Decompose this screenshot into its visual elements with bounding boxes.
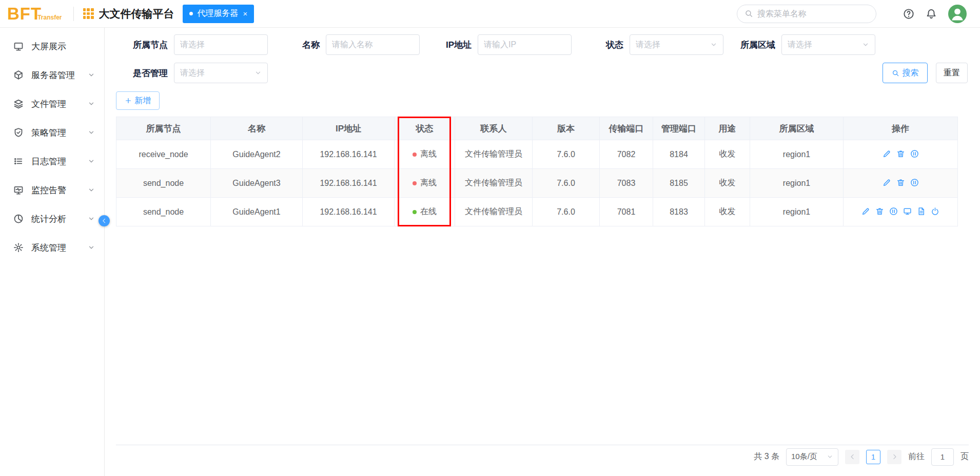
page-size-select[interactable]: 10条/页 (786, 448, 838, 466)
chevron-down-icon (862, 41, 869, 48)
filter-control-input[interactable] (636, 40, 710, 49)
cell-version: 7.6.0 (533, 169, 600, 198)
pause-button[interactable] (887, 207, 900, 217)
sidebar-item-4[interactable]: 策略管理 (0, 118, 104, 147)
edit-button[interactable] (880, 149, 894, 160)
filter-input[interactable] (478, 34, 572, 55)
notifications-bell-icon[interactable] (926, 8, 937, 20)
cell-status: 离线 (395, 169, 455, 198)
filter-select[interactable] (174, 63, 268, 83)
user-avatar[interactable] (948, 5, 967, 23)
menu-search-box (737, 5, 876, 23)
column-header-2: 名称 (211, 117, 303, 140)
filter-control-input[interactable] (484, 40, 565, 49)
agents-table-wrap: 所属节点名称IP地址状态联系人版本传输端口管理端口用途所属区域操作 receiv… (116, 117, 957, 226)
tab-active-dot-icon (189, 12, 193, 15)
status-text: 离线 (420, 149, 437, 158)
tab-proxy-server[interactable]: 代理服务器 × (183, 5, 254, 23)
sidebar-item-8[interactable]: 系统管理 (0, 233, 104, 262)
sidebar-item-5[interactable]: 日志管理 (0, 147, 104, 176)
cell-region: region1 (750, 198, 844, 226)
brand-logo-subtext: Transfer (37, 14, 62, 21)
filter-field-5: 所属区域 (723, 34, 875, 55)
status-text: 离线 (420, 178, 437, 187)
chevron-down-icon (88, 215, 95, 222)
tab-close-icon[interactable]: × (243, 9, 248, 18)
cell-name: GuideAgent3 (211, 169, 303, 198)
sidebar-item-1[interactable]: 大屏展示 (0, 32, 104, 61)
sidebar-item-label: 日志管理 (31, 156, 80, 167)
pause-button[interactable] (908, 149, 922, 160)
delete-button[interactable] (894, 149, 908, 160)
delete-button[interactable] (894, 178, 908, 188)
cell-usage: 收发 (705, 169, 750, 198)
next-page-button[interactable] (887, 450, 901, 464)
brand-logo: BFT Transfer (7, 5, 62, 22)
filter-control-input[interactable] (788, 40, 862, 49)
cell-status: 在线 (395, 198, 455, 226)
search-button[interactable]: 搜索 (883, 63, 928, 83)
sidebar-item-2[interactable]: 服务器管理 (0, 61, 104, 89)
search-icon (892, 69, 899, 77)
reset-button[interactable]: 重置 (936, 63, 968, 83)
filter-control-input[interactable] (180, 68, 254, 78)
offline-dot-icon (413, 153, 417, 157)
offline-dot-icon (413, 181, 417, 185)
monitor-button[interactable] (900, 207, 914, 217)
reset-button-label: 重置 (944, 68, 960, 79)
pause-button[interactable] (908, 178, 922, 188)
table-header-row: 所属节点名称IP地址状态联系人版本传输端口管理端口用途所属区域操作 (116, 117, 958, 140)
chevron-down-icon (88, 71, 95, 79)
chevron-down-icon (710, 41, 717, 48)
doc-button[interactable] (914, 207, 928, 217)
column-header-8: 管理端口 (653, 117, 705, 140)
sidebar-item-label: 大屏展示 (31, 41, 95, 52)
delete-button[interactable] (873, 207, 887, 217)
edit-button[interactable] (859, 207, 873, 217)
filter-label: 是否管理 (116, 67, 174, 79)
prev-page-button[interactable] (845, 450, 859, 464)
filter-select[interactable] (174, 34, 268, 55)
total-count-text: 共 3 条 (754, 451, 779, 462)
cell-manage-port: 8184 (653, 140, 705, 169)
page-number-button[interactable]: 1 (866, 450, 880, 464)
cell-version: 7.6.0 (533, 198, 600, 226)
cell-usage: 收发 (705, 140, 750, 169)
online-dot-icon (413, 210, 417, 214)
app-root: BFT Transfer 大文件传输平台 代理服务器 × 大屏展示服务器管理文件… (0, 0, 980, 476)
cell-contact: 文件传输管理员 (455, 140, 533, 169)
edit-button[interactable] (880, 178, 894, 188)
cell-manage-port: 8183 (653, 198, 705, 226)
cell-contact: 文件传输管理员 (455, 198, 533, 226)
page-title: 大文件传输平台 (99, 7, 174, 21)
sidebar-item-label: 统计分析 (31, 213, 80, 225)
filter-control-input[interactable] (332, 40, 414, 49)
sidebar-item-label: 策略管理 (31, 127, 80, 139)
sidebar-item-6[interactable]: 监控告警 (0, 176, 104, 204)
filter-select[interactable] (630, 34, 723, 55)
help-icon[interactable] (903, 8, 914, 20)
filter-select[interactable] (781, 34, 875, 55)
sidebar-item-7[interactable]: 统计分析 (0, 204, 104, 233)
policy-icon (13, 127, 24, 138)
filter-field-3: IP地址 (420, 34, 572, 55)
sidebar-item-3[interactable]: 文件管理 (0, 89, 104, 118)
cell-node: send_node (116, 169, 211, 198)
add-button[interactable]: 新增 (116, 91, 160, 110)
filter-input[interactable] (326, 34, 420, 55)
sidebar-collapse-button[interactable] (99, 215, 110, 226)
menu-search-input[interactable] (757, 9, 869, 18)
goto-label: 前往 (908, 451, 925, 462)
chevron-down-icon (88, 244, 95, 251)
agents-table: 所属节点名称IP地址状态联系人版本传输端口管理端口用途所属区域操作 receiv… (116, 117, 958, 226)
brand-logo-text: BFT (7, 5, 42, 22)
cell-manage-port: 8185 (653, 169, 705, 198)
column-header-1: 所属节点 (116, 117, 211, 140)
screen-icon (13, 41, 24, 51)
power-button[interactable] (928, 207, 942, 217)
column-header-9: 用途 (705, 117, 750, 140)
filter-label: IP地址 (420, 39, 478, 51)
server-icon (13, 70, 24, 80)
goto-page-input[interactable] (931, 448, 954, 466)
filter-control-input[interactable] (180, 40, 262, 49)
